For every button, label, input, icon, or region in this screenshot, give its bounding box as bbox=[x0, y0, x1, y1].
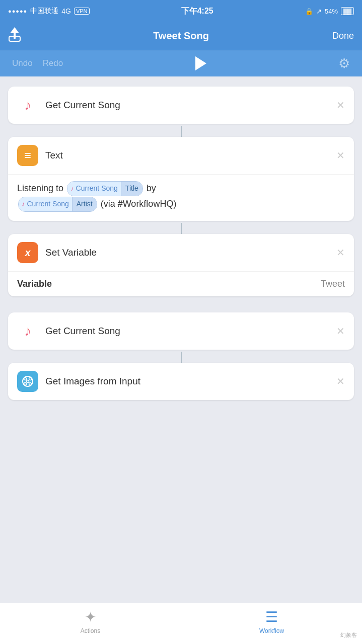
play-button[interactable] bbox=[195, 56, 206, 70]
action-header-variable: x Set Variable ✕ bbox=[8, 234, 354, 271]
toolbar-left: Undo Redo bbox=[12, 58, 63, 68]
lock-icon: 🔒 bbox=[305, 8, 313, 15]
status-time: 下午4:25 bbox=[181, 6, 213, 17]
action-header-text: ≡ Text ✕ bbox=[8, 137, 354, 174]
connector-line-3 bbox=[181, 352, 182, 363]
group-spacer bbox=[8, 298, 354, 312]
action-icon-music: ♪ bbox=[17, 95, 38, 116]
action-card-set-variable: x Set Variable ✕ Variable Tweet bbox=[8, 234, 354, 296]
toolbar: Undo Redo ⚙ bbox=[0, 50, 362, 76]
workflow-content: ♪ Get Current Song ✕ ≡ Text ✕ Listening … bbox=[0, 76, 362, 462]
connector-1 bbox=[8, 126, 354, 137]
action-icon-text: ≡ bbox=[17, 145, 38, 166]
variable-value: Tweet bbox=[321, 279, 345, 289]
svg-point-8 bbox=[27, 380, 29, 383]
carrier-name: 中国联通 bbox=[30, 7, 58, 16]
action-title: Get Current Song bbox=[45, 100, 329, 111]
status-left: ●●●●● 中国联通 4G VPN bbox=[8, 7, 90, 16]
svg-point-4 bbox=[24, 378, 27, 380]
action-card-text: ≡ Text ✕ Listening to ♪ Current Song Tit… bbox=[8, 137, 354, 221]
action-title-text: Text bbox=[45, 150, 329, 161]
close-button-variable[interactable]: ✕ bbox=[336, 247, 345, 259]
svg-point-7 bbox=[29, 383, 32, 385]
action-title-images: Get Images from Input bbox=[45, 376, 329, 387]
close-button-images[interactable]: ✕ bbox=[336, 375, 345, 387]
battery-text: 54% bbox=[325, 8, 338, 15]
token-song-label-2: Current Song bbox=[27, 198, 69, 210]
action-icon-variable: x bbox=[17, 242, 38, 263]
status-right: 🔒 ↗ 54% ▓▓ bbox=[305, 7, 354, 15]
status-bar: ●●●●● 中国联通 4G VPN 下午4:25 🔒 ↗ 54% ▓▓ bbox=[0, 0, 362, 22]
undo-button[interactable]: Undo bbox=[12, 58, 33, 68]
text-content: Listening to ♪ Current Song Title by ♪ C… bbox=[17, 181, 345, 212]
close-button-song-2[interactable]: ✕ bbox=[336, 325, 345, 337]
action-header-images: Get Images from Input ✕ bbox=[8, 363, 354, 400]
battery-icon: ▓▓ bbox=[341, 7, 354, 15]
action-header: ♪ Get Current Song ✕ bbox=[8, 87, 354, 124]
tab-workflow[interactable]: ☰ Workflow bbox=[181, 603, 362, 644]
token-artist-badge: Artist bbox=[73, 197, 97, 211]
share-button[interactable] bbox=[8, 27, 21, 45]
token-title-badge: Title bbox=[121, 182, 142, 196]
vpn-badge: VPN bbox=[74, 8, 90, 15]
nav-title: Tweet Song bbox=[153, 30, 209, 42]
close-button[interactable]: ✕ bbox=[336, 99, 345, 111]
tab-actions[interactable]: ✦ Actions bbox=[0, 603, 181, 644]
action-header-song-2: ♪ Get Current Song ✕ bbox=[8, 312, 354, 350]
text-by: by bbox=[147, 183, 156, 193]
action-body-text: Listening to ♪ Current Song Title by ♪ C… bbox=[8, 174, 354, 221]
connector-2 bbox=[8, 223, 354, 234]
workflow-icon: ☰ bbox=[265, 609, 278, 625]
token-song-label: Current Song bbox=[76, 183, 118, 195]
action-icon-images bbox=[17, 371, 38, 392]
svg-point-5 bbox=[29, 378, 32, 380]
token-current-song-title[interactable]: ♪ Current Song Title bbox=[67, 181, 143, 196]
svg-point-6 bbox=[24, 383, 27, 385]
svg-marker-1 bbox=[10, 27, 19, 33]
location-icon: ↗ bbox=[316, 8, 322, 15]
network-type: 4G bbox=[61, 7, 71, 15]
variable-row: Variable Tweet bbox=[8, 271, 354, 296]
settings-button[interactable]: ⚙ bbox=[338, 56, 350, 71]
text-prefix: Listening to bbox=[17, 183, 66, 193]
action-title-song-2: Get Current Song bbox=[45, 326, 329, 337]
watermark: 幻象客 bbox=[340, 631, 357, 639]
done-button[interactable]: Done bbox=[332, 31, 354, 41]
connector-line bbox=[181, 126, 182, 137]
action-card-get-current-song-2: ♪ Get Current Song ✕ bbox=[8, 312, 354, 350]
actions-icon: ✦ bbox=[85, 609, 96, 625]
text-suffix: (via #WorkflowHQ) bbox=[101, 199, 177, 209]
action-card-get-current-song-1: ♪ Get Current Song ✕ bbox=[8, 87, 354, 124]
bottom-padding bbox=[8, 402, 354, 452]
nav-bar: Tweet Song Done bbox=[0, 22, 362, 50]
signal-dots: ●●●●● bbox=[8, 8, 27, 14]
action-title-variable: Set Variable bbox=[45, 247, 329, 258]
action-icon-music-2: ♪ bbox=[17, 320, 38, 342]
token-current-song-artist[interactable]: ♪ Current Song Artist bbox=[18, 197, 97, 212]
workflow-label: Workflow bbox=[259, 627, 284, 634]
variable-label: Variable bbox=[17, 279, 52, 289]
tab-bar: ✦ Actions ☰ Workflow bbox=[0, 603, 362, 644]
close-button-text[interactable]: ✕ bbox=[336, 149, 345, 162]
action-card-get-images: Get Images from Input ✕ bbox=[8, 363, 354, 400]
actions-label: Actions bbox=[81, 627, 100, 634]
token-icon-music: ♪ Current Song bbox=[67, 182, 121, 196]
redo-button[interactable]: Redo bbox=[43, 58, 63, 68]
token-icon-music-2: ♪ Current Song bbox=[19, 197, 73, 211]
connector-line-2 bbox=[181, 223, 182, 234]
connector-3 bbox=[8, 352, 354, 363]
